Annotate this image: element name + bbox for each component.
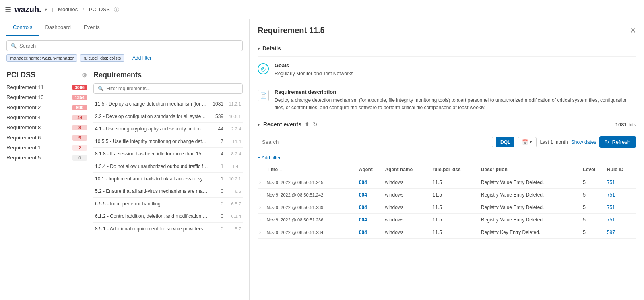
goals-title: Goals [275, 62, 636, 68]
req-item[interactable]: Requirement 444 [6, 114, 87, 121]
req-item-badge: 44 [72, 115, 87, 120]
info-icon[interactable]: ⓘ [114, 6, 119, 13]
th-rule-id: Rule ID [605, 163, 636, 176]
req-row-id: 11.2.1 [227, 101, 241, 106]
event-rule-id[interactable]: 597 [607, 230, 615, 235]
req-row[interactable]: 5.2 - Ensure that all anti-virus mechani… [93, 185, 243, 198]
req-row-count: 0 [211, 226, 223, 232]
event-rule-id[interactable]: 751 [607, 192, 615, 198]
event-level: 5 [583, 192, 586, 198]
chevron-icon: ▾ [258, 46, 260, 51]
req-row[interactable]: 6.1.2 - Control addition, deletion, and … [93, 210, 243, 223]
events-search-input[interactable] [262, 139, 489, 145]
events-chevron[interactable]: ▾ [258, 122, 260, 127]
goals-row: ◎ Goals Regularly Monitor and Test Netwo… [258, 57, 636, 83]
event-time: Nov 9, 2022 @ 08:50:51.239 [266, 205, 323, 210]
th-pci-dss: rule.pci_dss [431, 163, 479, 176]
req-row[interactable]: 1.3.4 - Do not allow unauthorized outbou… [93, 160, 243, 173]
event-rule-id[interactable]: 751 [607, 217, 615, 223]
req-row-id: 6.1.4 [227, 214, 241, 219]
doc-icon: 📄 [258, 90, 269, 101]
search-input[interactable] [19, 43, 238, 49]
event-description: Registry Value Entry Deleted. [481, 217, 544, 223]
expand-button[interactable]: › [259, 230, 261, 235]
export-icon[interactable]: ⬆ [305, 121, 310, 128]
req-row[interactable]: 8.5.1 - Additional requirement for servi… [93, 223, 243, 235]
details-section: ▾ Details ◎ Goals Regularly Monitor and … [250, 40, 644, 117]
req-row-count: 0 [211, 201, 223, 207]
events-table-wrapper: Time ↓ Agent Agent name rule.pci_dss Des… [250, 163, 644, 300]
dql-button[interactable]: DQL [496, 137, 514, 147]
event-agent[interactable]: 004 [359, 230, 367, 235]
req-item[interactable]: Requirement 88 [6, 124, 87, 131]
req-item[interactable]: Requirement 101354 [6, 93, 87, 101]
table-row: › Nov 9, 2022 @ 08:50:51.236 004 windows… [258, 214, 636, 226]
event-description: Registry Value Entry Deleted. [481, 205, 544, 210]
calendar-button[interactable]: 📅 ▾ [518, 137, 537, 147]
filter-tag-manager[interactable]: manager.name: wazuh-manager [6, 54, 77, 62]
req-row[interactable]: 11.5 - Deploy a change detection mechani… [93, 98, 243, 110]
req-row-id: 8.2.4 [227, 151, 241, 156]
expand-button[interactable]: › [259, 217, 261, 223]
req-row[interactable]: 10.1 - Implement audit trails to link al… [93, 173, 243, 185]
event-description: Registry Key Entry Deleted. [481, 230, 540, 235]
details-toggle[interactable]: ▾ Details [258, 40, 636, 57]
events-add-filter[interactable]: + Add filter [258, 155, 281, 161]
gear-icon[interactable]: ⚙ [82, 72, 87, 79]
tab-dashboard[interactable]: Dashboard [39, 19, 77, 36]
req-item-badge: 8 [72, 125, 87, 130]
tab-events[interactable]: Events [77, 19, 106, 36]
refresh-icon[interactable]: ↻ [313, 121, 318, 128]
req-item-badge: 3066 [72, 85, 87, 90]
expand-button[interactable]: › [259, 205, 261, 210]
req-row[interactable]: 10.5.5 - Use file integrity monitoring o… [93, 135, 243, 148]
event-level: 5 [583, 180, 586, 185]
req-item-label: Requirement 10 [6, 94, 44, 100]
req-item[interactable]: Requirement 12 [6, 144, 87, 151]
tab-controls[interactable]: Controls [6, 19, 39, 36]
event-agent[interactable]: 004 [359, 217, 367, 223]
calendar-icon: 📅 [522, 139, 528, 145]
event-agent[interactable]: 004 [359, 192, 367, 198]
events-filter-row: + Add filter [250, 152, 644, 163]
event-rule-id[interactable]: 751 [607, 180, 615, 185]
req-row[interactable]: 2.2 - Develop configuration standards fo… [93, 110, 243, 123]
modules-link[interactable]: Modules [58, 6, 78, 12]
event-time: Nov 9, 2022 @ 08:50:51.242 [266, 192, 323, 197]
req-row-text: 8.1.8 - If a session has been idle for m… [95, 151, 208, 157]
req-row-count: 0 [211, 213, 223, 219]
add-filter-button[interactable]: + Add filter [127, 54, 153, 62]
req-row[interactable]: 6.5.5 - Improper error handling06.5.7 [93, 198, 243, 210]
right-header: Requirement 11.5 ✕ [250, 19, 644, 40]
req-item[interactable]: Requirement 65 [6, 134, 87, 141]
filter-tag-rule[interactable]: rule.pci_dss: exists [80, 54, 124, 62]
refresh-button[interactable]: ↻ Refresh [599, 136, 636, 148]
expand-button[interactable]: › [259, 180, 261, 185]
req-item[interactable]: Requirement 113066 [6, 83, 87, 91]
hamburger-menu[interactable]: ☰ [5, 5, 11, 14]
recent-events-label: Recent events [263, 121, 301, 128]
req-item-badge: 0 [72, 155, 87, 161]
expand-button[interactable]: › [259, 192, 261, 198]
req-item[interactable]: Requirement 2899 [6, 103, 87, 111]
event-agent-name: windows [385, 205, 403, 210]
req-row-text: 1.3.4 - Do not allow unauthorized outbou… [95, 163, 208, 169]
req-row[interactable]: 8.1.8 - If a session has been idle for m… [93, 148, 243, 160]
tabs-bar: Controls Dashboard Events [0, 19, 249, 36]
req-row-text: 6.5.5 - Improper error handling [95, 201, 208, 207]
brand-chevron[interactable]: ▾ [45, 7, 47, 12]
event-agent[interactable]: 004 [359, 205, 367, 210]
event-rule-id[interactable]: 751 [607, 205, 615, 210]
th-time[interactable]: Time ↓ [265, 163, 357, 176]
refresh-spin-icon: ↻ [605, 139, 609, 145]
req-row[interactable]: 4.1 - Use strong cryptography and securi… [93, 123, 243, 135]
show-dates-button[interactable]: Show dates [571, 139, 597, 145]
close-button[interactable]: ✕ [630, 26, 636, 35]
filter-tags: manager.name: wazuh-manager rule.pci_dss… [6, 54, 243, 62]
req-filter-input[interactable] [106, 86, 238, 91]
req-item[interactable]: Requirement 50 [6, 154, 87, 161]
event-pci-dss: 11.5 [433, 230, 442, 235]
req-row-count: 539 [211, 114, 223, 119]
event-agent[interactable]: 004 [359, 180, 367, 185]
brand-logo: wazuh. [14, 5, 41, 14]
